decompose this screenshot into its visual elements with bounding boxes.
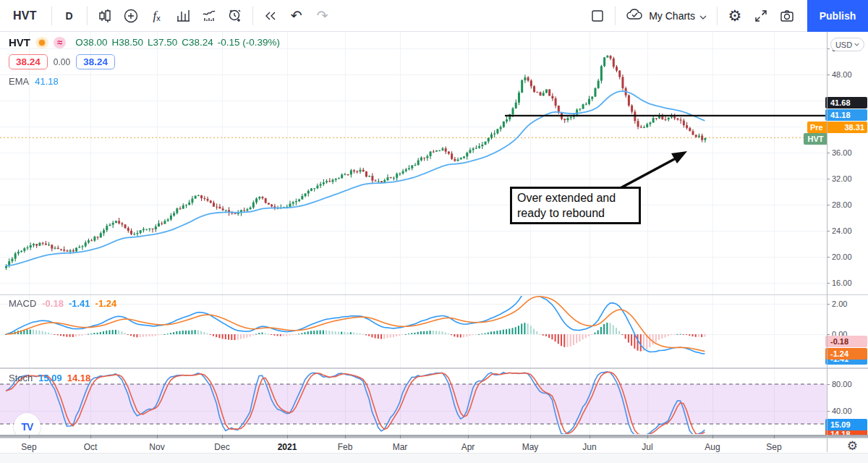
time-axis-gear-icon[interactable]: ⚙	[847, 438, 858, 454]
month-label: Sep	[766, 442, 781, 452]
indicator-value: 15.09	[38, 373, 62, 383]
time-axis[interactable]: ⚙ SepOctNovDec2021FebMarAprMayJunJulAugS…	[0, 435, 868, 463]
buy-button[interactable]: 38.24	[76, 54, 115, 69]
tradingview-app: HVT D fx	[0, 0, 868, 463]
indicator-value: -1.41	[69, 298, 90, 309]
compare-bars-icon[interactable]	[170, 3, 196, 29]
axis-tick: 28.00	[827, 200, 868, 209]
axis-tick: 16.00	[827, 279, 868, 287]
price-badge: 15.09	[825, 419, 867, 430]
separator	[87, 7, 88, 25]
toolbar-right: My Charts ⚙ Publish	[584, 0, 868, 31]
month-label: 2021	[278, 442, 297, 452]
price-badge: -0.18	[825, 336, 867, 347]
snapshot-camera-icon[interactable]	[774, 3, 800, 29]
month-tick	[157, 435, 158, 438]
alert-clock-icon[interactable]	[222, 3, 248, 29]
price-badge: 41.18	[825, 109, 867, 121]
price-axis[interactable]: USD 52.0048.0044.0040.0036.0032.0028.002…	[827, 32, 868, 435]
bar-replay-icon[interactable]	[258, 3, 284, 29]
macd-values: -0.18-1.41-1.24	[42, 298, 122, 309]
cloud-check-icon	[626, 7, 644, 24]
ohlc-pair: O38.00	[75, 37, 107, 48]
month-tick	[287, 435, 288, 438]
month-label: Aug	[705, 442, 720, 452]
legend-symbol[interactable]: HVT	[9, 36, 30, 48]
month-tick	[222, 435, 223, 438]
chart-canvas[interactable]	[0, 32, 827, 435]
axis-tick: 2.00	[827, 300, 868, 308]
symbol-search-button[interactable]: HVT	[0, 3, 47, 29]
month-tick	[400, 435, 401, 438]
indicators-fx-icon[interactable]: fx	[144, 3, 170, 29]
month-tick	[29, 435, 30, 438]
currency-label: USD	[835, 41, 852, 49]
chevron-down-icon	[699, 10, 707, 22]
annotation-box[interactable]: Over extended and ready to rebound	[510, 187, 641, 224]
my-charts-label: My Charts	[649, 10, 695, 22]
macd-title: MACD	[9, 298, 36, 309]
change-value: -0.15 (-0.39%)	[218, 37, 280, 48]
toolbar-left: HVT D fx	[0, 0, 336, 31]
month-label: Apr	[461, 442, 475, 452]
stoch-legend[interactable]: Stoch 15.0914.18	[9, 373, 95, 383]
top-toolbar: HVT D fx	[0, 0, 868, 32]
macd-legend[interactable]: MACD -0.18-1.41-1.24	[9, 298, 122, 309]
month-label: May	[522, 442, 539, 452]
ohlc-pair: L37.50	[148, 37, 177, 48]
interval-button[interactable]: D	[56, 3, 82, 29]
pane-divider[interactable]	[0, 368, 868, 369]
candlestick-chart-icon[interactable]	[92, 3, 118, 29]
undo-icon[interactable]: ↶	[284, 3, 310, 29]
layout-square-icon[interactable]	[584, 3, 610, 29]
fullscreen-icon[interactable]	[748, 3, 774, 29]
month-label: Mar	[393, 442, 408, 452]
ema-value: 41.18	[35, 76, 59, 87]
stoch-title: Stoch	[9, 373, 33, 383]
separator	[615, 7, 616, 25]
forecast-icon[interactable]	[196, 3, 222, 29]
ohlc-values: O38.00H38.50L37.50C38.24-0.15 (-0.39%)	[75, 37, 280, 48]
chart-region: HVT ≈ O38.00H38.50L37.50C38.24-0.15 (-0.…	[0, 32, 827, 435]
month-tick	[345, 435, 346, 438]
month-label: Sep	[21, 442, 36, 452]
month-tick	[647, 435, 648, 438]
indicator-value: -1.24	[95, 298, 117, 309]
stoch-values: 15.0914.18	[38, 373, 95, 383]
currency-selector[interactable]: USD	[830, 38, 864, 51]
price-badge: Pre38.31	[807, 122, 867, 133]
ohlc-pair: C38.24	[182, 37, 213, 48]
axis-border	[827, 32, 827, 452]
spread-value: 0.00	[54, 57, 70, 67]
month-label: Feb	[338, 442, 353, 452]
my-charts-button[interactable]: My Charts	[620, 7, 712, 24]
axis-tick: 24.00	[827, 226, 868, 235]
redo-icon[interactable]: ↷	[310, 3, 336, 29]
month-tick	[90, 435, 91, 438]
settings-gear-icon[interactable]: ⚙	[722, 3, 748, 29]
month-tick	[530, 435, 531, 438]
month-label: Nov	[149, 442, 164, 452]
add-circle-icon[interactable]	[118, 3, 144, 29]
publish-button[interactable]: Publish	[807, 0, 868, 32]
axis-tick: 32.00	[827, 174, 868, 183]
separator	[252, 7, 253, 25]
axis-tick: 20.00	[827, 252, 868, 261]
pane-divider[interactable]	[0, 294, 868, 295]
sell-button[interactable]: 38.24	[9, 54, 48, 69]
month-label: Dec	[214, 442, 229, 452]
month-tick	[590, 435, 590, 438]
ema-label[interactable]: EMA	[9, 76, 29, 87]
indicator-value: -0.18	[42, 298, 64, 309]
premarket-sun-icon	[35, 37, 48, 48]
axis-separator-bar[interactable]	[0, 435, 868, 438]
bottom-strip	[0, 453, 868, 463]
axis-tick: 36.00	[827, 148, 868, 157]
price-badge: HVT	[804, 133, 827, 145]
axis-tick: 48.00	[827, 70, 868, 79]
price-badge: -1.24	[825, 348, 867, 360]
axis-tick: 80.00	[827, 380, 868, 388]
month-tick	[468, 435, 469, 438]
separator	[717, 7, 718, 25]
axis-tick: 40.00	[827, 407, 868, 415]
